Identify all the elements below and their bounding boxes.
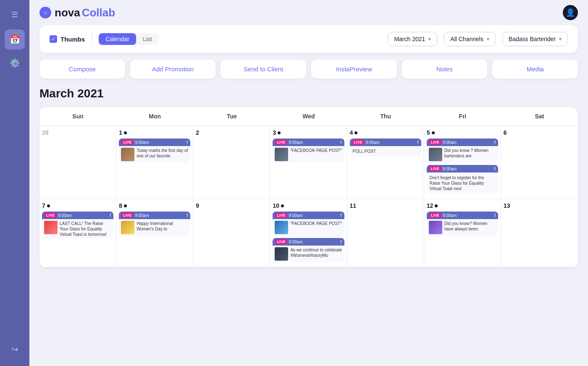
- sidebar-item-logout[interactable]: ↪: [5, 339, 25, 359]
- add-promotion-button[interactable]: Add Promotion: [130, 60, 216, 78]
- live-badge: LIVE: [429, 140, 441, 145]
- post-time: 9:00am: [443, 167, 493, 171]
- cal-cell-2[interactable]: 2: [193, 126, 270, 199]
- avatar[interactable]: 👤: [563, 5, 578, 20]
- dot-3: [278, 131, 281, 134]
- post-body: Don't forget to register for the Raise Y…: [427, 173, 498, 194]
- post-thumb: [275, 221, 288, 234]
- sidebar-item-calendar[interactable]: 📅: [5, 29, 25, 50]
- post-header-8-1: LIVE 9:00am f: [119, 212, 190, 219]
- post-card-1-1[interactable]: LIVE 9:00am f Today marks the first day …: [119, 139, 190, 163]
- channels-label: All Channels: [450, 36, 483, 42]
- live-badge: LIVE: [121, 140, 133, 145]
- instapreview-button[interactable]: InstaPreview: [311, 60, 397, 78]
- post-body: Did you know ? Women bartenders are: [427, 146, 498, 163]
- post-card-7-1[interactable]: LIVE 9:00am f LAST CALL! The Raise Your …: [42, 212, 113, 239]
- post-card-8-1[interactable]: LIVE 9:00am f Happy International Women'…: [119, 212, 190, 236]
- cal-cell-10[interactable]: 10 LIVE 9:00am f *FACEBOOK PAGE POST*: [270, 199, 347, 267]
- post-header-4-1: LIVE 9:00am f: [350, 139, 421, 146]
- calendar-grid: Sun Mon Tue Wed Thu Fri Sat 28 1 LIVE: [39, 107, 578, 267]
- post-header-1-1: LIVE 9:00am f: [119, 139, 190, 146]
- calendar-view-button[interactable]: Calendar: [99, 33, 136, 45]
- compose-button[interactable]: Compose: [39, 60, 125, 78]
- cal-cell-9[interactable]: 9: [193, 199, 270, 267]
- dot-8: [124, 204, 127, 207]
- sidebar-item-settings[interactable]: ⚙️: [5, 53, 25, 73]
- post-body: LAST CALL! The Raise Your Glass for Equa…: [42, 219, 113, 239]
- post-card-5-2[interactable]: LIVE 9:00am f Don't forget to register f…: [427, 165, 498, 194]
- dot-1: [124, 131, 127, 134]
- cal-cell-13[interactable]: 13: [501, 199, 578, 267]
- post-thumb: [44, 221, 58, 234]
- post-thumb: [275, 148, 288, 161]
- post-header-5-1: LIVE 9:00am f: [427, 139, 498, 146]
- cal-date-1: 1: [119, 129, 190, 136]
- brand-dropdown-arrow: ▾: [559, 36, 562, 42]
- logo-nova: nova: [55, 6, 80, 19]
- cal-cell-11[interactable]: 11: [347, 199, 424, 267]
- post-text: Did you know ? Women bartenders are: [444, 148, 496, 161]
- post-card-10-2[interactable]: LIVE 9:00am f As we continue to celebrat…: [273, 238, 344, 262]
- notes-button[interactable]: Notes: [402, 60, 488, 78]
- content-area: ✓ Thumbs Calendar List March 2021 ▾ All …: [29, 25, 588, 366]
- cal-cell-1[interactable]: 1 LIVE 9:00am f Today marks the first da…: [116, 126, 193, 199]
- cal-cell-7[interactable]: 7 LIVE 9:00am f LAST CALL! The Raise You…: [39, 199, 116, 267]
- cal-cell-12[interactable]: 12 LIVE 9:00am f Did you know? Women hav…: [424, 199, 501, 267]
- dot-7: [47, 204, 50, 207]
- post-body: *FACEBOOK PAGE POST*: [273, 219, 344, 236]
- send-to-client-button[interactable]: Send to Client: [220, 60, 306, 78]
- live-badge: LIVE: [429, 166, 441, 171]
- post-body: Did you know? Women have always been: [427, 219, 498, 236]
- app-header: ○ nova Collab 👤: [29, 0, 588, 25]
- post-card-10-1[interactable]: LIVE 9:00am f *FACEBOOK PAGE POST*: [273, 212, 344, 236]
- post-card-4-1[interactable]: LIVE 9:00am f POLL POST: [350, 139, 421, 157]
- post-text: As we continue to celebrate #WomensHisto…: [290, 247, 342, 261]
- live-badge: LIVE: [275, 140, 287, 145]
- post-body: *FACEBOOK PAGE POST*: [273, 146, 344, 163]
- media-button[interactable]: Media: [492, 60, 578, 78]
- toolbar-card: ✓ Thumbs Calendar List March 2021 ▾ All …: [39, 25, 578, 53]
- day-header-sat: Sat: [501, 107, 578, 126]
- channels-dropdown[interactable]: All Channels ▾: [444, 32, 496, 46]
- list-view-button[interactable]: List: [136, 33, 159, 45]
- sidebar: ☰ 📅 ⚙️ ↪: [0, 0, 29, 366]
- fb-icon: f: [186, 140, 188, 145]
- day-header-wed: Wed: [270, 107, 347, 126]
- gear-icon: ⚙️: [10, 58, 20, 68]
- post-thumb: [121, 148, 134, 161]
- month-label: March 2021: [394, 36, 425, 42]
- brand-label: Badass Bartender: [509, 36, 556, 42]
- post-body: Today marks the first day of one of our …: [119, 146, 190, 163]
- cal-cell-4[interactable]: 4 LIVE 9:00am f POLL POST: [347, 126, 424, 199]
- post-header-7-1: LIVE 9:00am f: [42, 212, 113, 219]
- fb-icon: f: [417, 140, 419, 145]
- post-time: 9:00am: [443, 140, 493, 145]
- post-header-12-1: LIVE 9:00am f: [427, 212, 498, 219]
- post-card-3-1[interactable]: LIVE 9:00am f *FACEBOOK PAGE POST*: [273, 139, 344, 163]
- thumbs-toggle[interactable]: ✓ Thumbs: [50, 35, 85, 43]
- calendar-container: Sun Mon Tue Wed Thu Fri Sat 28 1 LIVE: [39, 107, 578, 267]
- channels-dropdown-arrow: ▾: [487, 36, 489, 42]
- cal-cell-5[interactable]: 5 LIVE 9:00am f Did you know ? Women bar…: [424, 126, 501, 199]
- brand-dropdown[interactable]: Badass Bartender ▾: [502, 32, 568, 46]
- post-time: 9:00am: [289, 240, 339, 244]
- post-header-5-2: LIVE 9:00am f: [427, 165, 498, 173]
- cal-cell-8[interactable]: 8 LIVE 9:00am f Happy International Wome…: [116, 199, 193, 267]
- view-toggle: Calendar List: [99, 33, 159, 45]
- cal-cell-28[interactable]: 28: [39, 126, 116, 199]
- menu-icon[interactable]: ☰: [8, 7, 21, 23]
- day-header-mon: Mon: [116, 107, 193, 126]
- post-card-12-1[interactable]: LIVE 9:00am f Did you know? Women have a…: [427, 212, 498, 236]
- logout-icon: ↪: [11, 344, 18, 354]
- cal-date-8: 8: [119, 202, 190, 209]
- month-dropdown[interactable]: March 2021 ▾: [388, 32, 437, 46]
- post-thumb: [429, 221, 442, 234]
- cal-cell-6[interactable]: 6: [501, 126, 578, 199]
- fb-icon: f: [494, 213, 496, 218]
- cal-date-2: 2: [196, 129, 267, 136]
- cal-cell-3[interactable]: 3 LIVE 9:00am f *FACEBOOK PAGE POST*: [270, 126, 347, 199]
- cal-date-5: 5: [427, 129, 498, 136]
- post-card-5-1[interactable]: LIVE 9:00am f Did you know ? Women barte…: [427, 139, 498, 163]
- thumbs-checkbox[interactable]: ✓: [50, 35, 57, 43]
- main-content: ○ nova Collab 👤 ✓ Thumbs Calendar List M…: [29, 0, 588, 366]
